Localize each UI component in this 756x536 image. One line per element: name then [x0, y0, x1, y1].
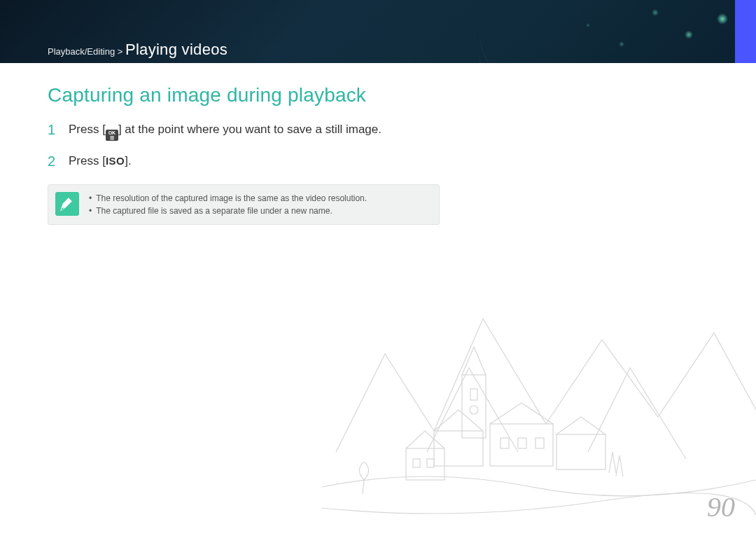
iso-icon: ISO — [106, 155, 125, 167]
pen-icon — [55, 192, 79, 216]
note-item: The captured file is saved as a separate… — [89, 205, 367, 217]
section-heading: Capturing an image during playback — [48, 84, 400, 106]
step-text-fragment: ]. — [125, 154, 131, 167]
ok-menu-icon: OK☰ — [106, 130, 118, 141]
page-number: 90 — [707, 490, 735, 523]
step-text-fragment: Press [ — [69, 123, 106, 136]
svg-rect-10 — [413, 459, 420, 467]
decorative-sparkle — [532, 0, 756, 63]
section-color-tab — [735, 0, 756, 63]
svg-rect-8 — [556, 434, 606, 469]
svg-rect-5 — [500, 438, 509, 448]
step-1: 1 Press [OK☰] at the point where you wan… — [48, 122, 400, 141]
step-number: 1 — [48, 122, 69, 137]
page-header: Playback/Editing > Playing videos — [0, 0, 756, 63]
note-box: The resolution of the captured image is … — [48, 184, 440, 225]
svg-point-2 — [470, 406, 478, 414]
step-text-fragment: Press [ — [69, 154, 106, 167]
svg-rect-6 — [518, 438, 526, 448]
svg-rect-1 — [470, 389, 477, 400]
svg-rect-7 — [536, 438, 544, 448]
step-text: Press [OK☰] at the point where you want … — [69, 122, 382, 141]
svg-rect-11 — [427, 459, 434, 467]
note-list: The resolution of the captured image is … — [89, 192, 367, 217]
decorative-illustration — [322, 270, 756, 536]
step-text: Press [ISO]. — [69, 153, 132, 169]
svg-rect-9 — [406, 448, 444, 480]
breadcrumb-prefix: Playback/Editing > — [48, 46, 125, 57]
breadcrumb: Playback/Editing > Playing videos — [48, 41, 227, 59]
step-text-fragment: ] at the point where you want to save a … — [118, 123, 382, 136]
svg-rect-0 — [462, 375, 486, 438]
step-number: 2 — [48, 153, 69, 169]
content-area: Capturing an image during playback 1 Pre… — [0, 63, 448, 225]
breadcrumb-current: Playing videos — [125, 41, 227, 58]
note-item: The resolution of the captured image is … — [89, 192, 367, 205]
step-2: 2 Press [ISO]. — [48, 153, 400, 169]
